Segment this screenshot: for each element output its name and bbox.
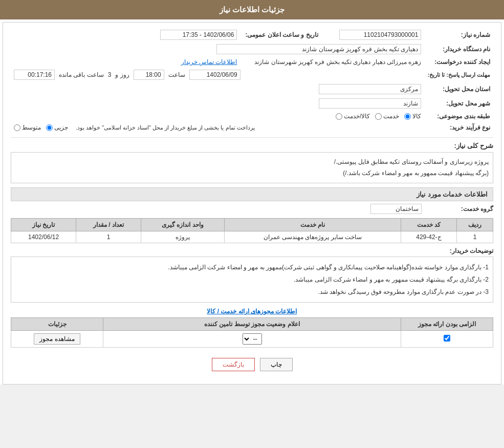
page-header: جزئیات اطلاعات نیاز xyxy=(0,0,504,19)
description-row: شرح کلی نیاز: xyxy=(11,142,493,150)
radio-kala-input[interactable] xyxy=(404,113,411,120)
buyer-org-value: دهیاری تکیه بخش فره کهریز شهرستان شازند xyxy=(11,42,424,56)
permit-required-cell xyxy=(401,331,493,348)
need-number-field: 1102104793000001 xyxy=(339,30,421,40)
category-value: کالا/خدمت خدمت کالا xyxy=(11,111,424,122)
services-cell-0-3: پروژه xyxy=(141,231,225,243)
col-unit: واحد اندازه گیری xyxy=(141,219,225,231)
deadline-remaining-field: 00:17:16 xyxy=(14,70,55,80)
radio-khadamat[interactable]: خدمت xyxy=(375,113,399,120)
radio-jozii[interactable]: جزیی xyxy=(46,124,68,131)
service-info-title: اطلاعات خدمات مورد نیاز xyxy=(11,187,493,201)
purchase-type-value: متوسط جزیی پرداخت تمام یا بخشی از مبلغ خ… xyxy=(11,122,424,133)
province-label: استان محل تحویل: xyxy=(424,82,493,96)
radio-mottaset-input[interactable] xyxy=(14,124,20,131)
permits-row-0: --مشاهده مجوز xyxy=(11,331,493,348)
permits-tbody: --مشاهده مجوز xyxy=(11,331,493,348)
radio-jozii-input[interactable] xyxy=(46,124,53,131)
buyer-notes-box: 1- بارگذاری موارد خواسته شده(گواهینامه ص… xyxy=(11,257,493,303)
bottom-buttons: چاپ بازگشت xyxy=(11,350,493,379)
col-qty: تعداد / مقدار xyxy=(76,219,141,231)
col-required: الزامی بودن ارائه مجوز xyxy=(401,318,493,331)
permit-status-select[interactable]: -- xyxy=(243,333,262,345)
row-purchase-type: نوع فرآیند خرید: متوسط جزیی xyxy=(11,122,493,133)
deadline-days-label: روز و xyxy=(115,71,129,78)
need-number-value: 1102104793000001 xyxy=(322,28,424,42)
deadline-remaining-label: ساعت باقی مانده xyxy=(59,71,104,78)
radio-khadamat-input[interactable] xyxy=(375,113,382,120)
col-details: جزئیات xyxy=(11,318,103,331)
need-number-label: شماره نیاز: xyxy=(424,28,493,42)
province-value: مرکزی xyxy=(11,82,424,96)
radio-khadamat-label: خدمت xyxy=(383,113,399,120)
announcement-date-value: 1402/06/06 - 17:35 xyxy=(11,28,240,42)
announcement-date-field: 1402/06/06 - 17:35 xyxy=(160,30,237,40)
requester-label: ایجاد کننده درخواست: xyxy=(424,56,493,68)
requester-name: زهره میرزائی دهیار دهیاری تکیه بخش فره ک… xyxy=(254,58,421,66)
radio-mottaset-label: متوسط xyxy=(22,124,41,131)
service-group-field: ساختمان xyxy=(370,204,422,214)
permit-status-cell: -- xyxy=(103,331,401,348)
col-date: تاریخ نیاز xyxy=(11,219,76,231)
deadline-time-field: 18:00 xyxy=(134,70,164,80)
radio-kala-khadamat-input[interactable] xyxy=(336,113,342,120)
radio-kala[interactable]: کالا xyxy=(404,113,421,120)
deadline-label: مهلت ارسال پاسخ: تا تاریخ: xyxy=(424,68,493,82)
buyer-notes-text: 1- بارگذاری موارد خواسته شده(گواهینامه ص… xyxy=(168,264,489,295)
col-status: اعلام وضعیت مجوز توسط تامین کننده xyxy=(103,318,401,331)
city-value: شازند xyxy=(11,96,424,111)
view-permit-button[interactable]: مشاهده مجوز xyxy=(34,333,80,345)
services-cell-0-0: 1 xyxy=(457,231,493,243)
radio-kala-khadamat[interactable]: کالا/خدمت xyxy=(336,113,370,120)
row-requester: ایجاد کننده درخواست: زهره میرزائی دهیار … xyxy=(11,56,493,68)
col-name: نام خدمت xyxy=(224,219,401,231)
radio-jozii-label: جزیی xyxy=(54,124,68,131)
divider-1 xyxy=(11,137,493,138)
services-tbody: 1ج-42-429ساخت سایر پروژه‌های مهندسی عمرا… xyxy=(11,231,493,243)
print-button[interactable]: چاپ xyxy=(260,358,293,371)
permit-details-cell: مشاهده مجوز xyxy=(11,331,103,348)
description-box: پروژه زیرسازی و آسفالت روستای تکیه مطابق… xyxy=(11,152,493,183)
services-cell-0-2: ساخت سایر پروژه‌های مهندسی عمران xyxy=(224,231,401,243)
row-deadline: مهلت ارسال پاسخ: تا تاریخ: 00:17:16 ساعت… xyxy=(11,68,493,82)
services-cell-0-1: ج-42-429 xyxy=(401,231,456,243)
radio-mottaset[interactable]: متوسط xyxy=(14,124,41,131)
description-label: شرح کلی نیاز: xyxy=(427,142,493,150)
col-code: کد خدمت xyxy=(401,219,456,231)
permits-title[interactable]: اطلاعات مجوزهای ارائه خدمت / کالا xyxy=(11,308,493,315)
services-cell-0-5: 1402/06/12 xyxy=(11,231,76,243)
col-row: ردیف xyxy=(457,219,493,231)
main-content: شماره نیاز: 1102104793000001 تاریخ و ساع… xyxy=(3,22,501,385)
permits-table: الزامی بودن ارائه مجوز اعلام وضعیت مجوز … xyxy=(11,317,493,348)
city-field: شازند xyxy=(319,98,421,109)
services-table: ردیف کد خدمت نام خدمت واحد اندازه گیری ت… xyxy=(11,218,493,243)
services-cell-0-4: 1 xyxy=(76,231,141,243)
requester-link[interactable]: اطلاعات تماس خریدار xyxy=(181,58,237,66)
back-button[interactable]: بازگشت xyxy=(212,358,255,371)
buyer-org-field: دهیاری تکیه بخش فره کهریز شهرستان شازند xyxy=(216,44,421,54)
buyer-notes-row: توضیحات خریدار: xyxy=(11,247,493,254)
row-need-number: شماره نیاز: 1102104793000001 تاریخ و ساع… xyxy=(11,28,493,42)
radio-kala-khadamat-label: کالا/خدمت xyxy=(344,113,370,120)
row-buyer-org: نام دستگاه خریدار: دهیاری تکیه بخش فره ک… xyxy=(11,42,493,56)
permit-required-checkbox[interactable] xyxy=(444,335,450,342)
category-label: طبقه بندی موضوعی: xyxy=(424,111,493,122)
permits-header-row: الزامی بودن ارائه مجوز اعلام وضعیت مجوز … xyxy=(11,318,493,331)
radio-kala-label: کالا xyxy=(412,113,421,120)
service-group-row: گروه خدمت: ساختمان xyxy=(11,204,493,214)
purchase-type-label: نوع فرآیند خرید: xyxy=(424,122,493,133)
requester-link-cell: اطلاعات تماس خریدار xyxy=(11,56,240,68)
deadline-row: 00:17:16 ساعت باقی مانده 3 روز و 18:00 س… xyxy=(11,68,424,82)
city-label: شهر محل تحویل: xyxy=(424,96,493,111)
deadline-date-field: 1402/06/09 xyxy=(189,70,240,80)
service-group-label: گروه خدمت: xyxy=(422,205,493,212)
page-container: جزئیات اطلاعات نیاز شماره نیاز: 11021047… xyxy=(0,0,504,385)
row-category: طبقه بندی موضوعی: کالا/خدمت خدمت کالا xyxy=(11,111,493,122)
info-table: شماره نیاز: 1102104793000001 تاریخ و ساع… xyxy=(11,28,493,133)
services-row-0: 1ج-42-429ساخت سایر پروژه‌های مهندسی عمرا… xyxy=(11,231,493,243)
description-value: پروژه زیرسازی و آسفالت روستای تکیه مطابق… xyxy=(334,158,489,177)
purchase-type-note: پرداخت تمام یا بخشی از مبلغ خریدار از مح… xyxy=(76,124,255,131)
province-field: مرکزی xyxy=(319,84,421,94)
row-city: شهر محل تحویل: شازند xyxy=(11,96,493,111)
deadline-time-label: ساعت xyxy=(168,71,185,78)
